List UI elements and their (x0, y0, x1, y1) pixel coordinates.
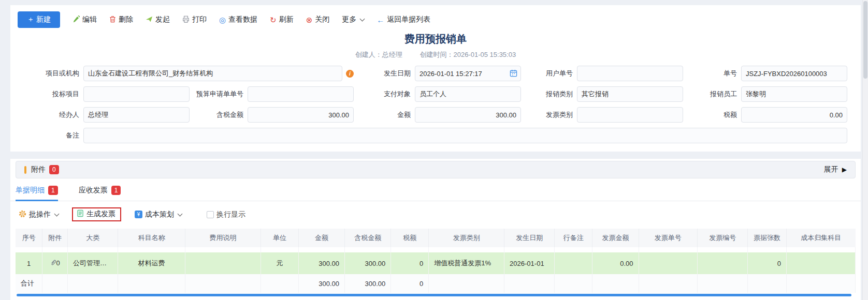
amount-label: 金额 (354, 111, 415, 119)
page: ＋新建 编辑 删除 发起 打印 ◎ 查看数据 ↻ (0, 0, 868, 300)
generate-invoice-button[interactable]: 生成发票 (72, 207, 121, 221)
tax-incl-amount-input[interactable] (248, 107, 354, 123)
budget-apply-no-input[interactable] (248, 86, 354, 102)
doc-meta: 创建人：总经理 创建时间：2026-01-05 15:35:03 (10, 50, 861, 59)
invoice-type-label: 发票类别 (521, 111, 577, 119)
col-attachment: 附件 (42, 229, 68, 247)
user-no-input[interactable] (577, 66, 683, 81)
vertical-scrollbar-thumb[interactable] (863, 1, 867, 79)
creator-label: 创建人： (355, 51, 382, 58)
table-row[interactable]: 1 0 公司管理… 材料运费 元 300.00 300.00 0 增值税普通发票… (16, 252, 856, 274)
cell-unit: 元 (261, 252, 298, 274)
table-header-row: 序号 附件 大类 科目名称 费用说明 单位 金额 含税金额 税额 发票类别 发生… (16, 229, 856, 247)
cell-invoice-type: 增值税普通发票1% (429, 252, 504, 274)
handler-input[interactable] (83, 107, 190, 123)
handler-label: 经办人 (19, 111, 83, 119)
col-cost-subject: 成本归集科目 (786, 229, 855, 247)
batch-ops-button[interactable]: 批操作 (19, 210, 59, 219)
col-row-remark: 行备注 (555, 229, 592, 247)
tab-receivable-invoice[interactable]: 应收发票 1 (79, 186, 121, 201)
send-icon (146, 16, 153, 24)
cell-occur-date: 2026-01-01 (504, 252, 555, 274)
new-button[interactable]: ＋新建 (18, 11, 60, 28)
tab-badge: 1 (111, 186, 121, 195)
refresh-button[interactable]: ↻ 刷新 (270, 15, 294, 24)
amount-input[interactable] (415, 107, 521, 123)
col-invoice-type: 发票类别 (429, 229, 504, 247)
cell-invoice-no (639, 252, 698, 274)
more-button[interactable]: 更多 (342, 15, 364, 24)
cost-planning-button[interactable]: ¥ 成本策划 (135, 210, 182, 219)
back-to-list-button[interactable]: ← 返回单据列表 (377, 15, 430, 24)
document-card: ＋新建 编辑 删除 发起 打印 ◎ 查看数据 ↻ (10, 5, 861, 300)
chevron-down-icon (54, 211, 60, 216)
view-icon: ◎ (219, 16, 226, 24)
col-expense-desc: 费用说明 (185, 229, 261, 247)
col-category: 大类 (68, 229, 118, 247)
chevron-down-icon (360, 17, 365, 22)
pay-target-label: 支付对象 (354, 90, 415, 98)
calendar-icon[interactable] (510, 69, 517, 79)
attachment-bar: 附件 0 展开 ▶ (16, 161, 856, 178)
pay-target-input[interactable] (415, 86, 521, 102)
occur-date-label: 发生日期 (354, 69, 415, 78)
delete-button[interactable]: 删除 (109, 15, 133, 24)
created-time-value: 2026-01-05 15:35:03 (453, 51, 516, 58)
print-button[interactable]: 打印 (182, 15, 207, 24)
paperclip-icon (50, 259, 56, 267)
col-tax-incl-amount: 含税金额 (345, 229, 391, 247)
detail-tabs: 单据明细 1 应收发票 1 (10, 178, 861, 201)
wrap-display-checkbox[interactable] (207, 211, 214, 218)
tax-amount-label: 税额 (683, 111, 741, 119)
reimburse-type-label: 报销类别 (521, 90, 577, 98)
doc-no-input[interactable] (741, 66, 847, 81)
edit-button[interactable]: 编辑 (73, 15, 97, 24)
bid-project-input[interactable] (83, 86, 190, 102)
header-form: 项目或机构 i 发生日期 用户单号 单号 投标项目 预算申请单单号 支付对象 报… (10, 59, 861, 152)
gear-icon (19, 210, 26, 219)
vertical-scrollbar-track[interactable] (862, 0, 868, 300)
cell-category: 公司管理… (68, 252, 118, 274)
tab-document-detail[interactable]: 单据明细 1 (16, 186, 58, 201)
occur-date-input[interactable] (415, 66, 521, 81)
budget-apply-no-label: 预算申请单单号 (190, 90, 248, 98)
plus-icon: ＋ (27, 15, 34, 24)
section-divider (10, 152, 861, 159)
remark-input[interactable] (83, 128, 847, 143)
cell-subject-name: 材料运费 (118, 252, 185, 274)
invoice-doc-icon (77, 209, 84, 219)
reimburse-type-input[interactable] (577, 86, 683, 102)
col-amount: 金额 (298, 229, 344, 247)
cell-amount: 300.00 (298, 252, 344, 274)
invoice-type-input[interactable] (577, 107, 683, 123)
col-subject-name: 科目名称 (118, 229, 185, 247)
cell-invoice-amount: 0.00 (592, 252, 639, 274)
info-icon[interactable]: i (346, 70, 354, 78)
total-tax-incl-amount: 300.00 (345, 274, 391, 293)
detail-toolbar: 批操作 生成发票 ¥ 成本策划 换行显示 (10, 201, 861, 227)
occur-date-wrap (415, 66, 521, 81)
col-tax: 税额 (391, 229, 429, 247)
attachment-label: 附件 (31, 165, 46, 174)
close-button[interactable]: ⊗ 关闭 (306, 15, 330, 24)
tax-amount-input[interactable] (741, 107, 847, 123)
horizontal-scrollbar[interactable] (17, 294, 851, 296)
cell-expense-desc (185, 252, 261, 274)
cell-attachment[interactable]: 0 (42, 252, 68, 274)
wrap-display-toggle[interactable]: 换行显示 (207, 210, 245, 219)
chevron-down-icon (178, 211, 183, 216)
expand-button[interactable]: 展开 ▶ (824, 165, 847, 174)
created-time-label: 创建时间： (419, 51, 453, 58)
cell-invoice-code (698, 252, 748, 274)
initiate-button[interactable]: 发起 (146, 15, 170, 24)
reimburse-employee-input[interactable] (741, 86, 847, 102)
yen-icon: ¥ (135, 211, 142, 218)
view-data-button[interactable]: ◎ 查看数据 (219, 15, 257, 24)
attachment-count-badge: 0 (49, 165, 59, 174)
col-occur-date: 发生日期 (504, 229, 555, 247)
cell-seq: 1 (16, 252, 42, 274)
back-arrow-icon: ← (377, 16, 384, 24)
project-org-input[interactable] (83, 66, 342, 81)
detail-table-wrap: 序号 附件 大类 科目名称 费用说明 单位 金额 含税金额 税额 发票类别 发生… (16, 229, 856, 296)
total-amount: 300.00 (298, 274, 344, 293)
